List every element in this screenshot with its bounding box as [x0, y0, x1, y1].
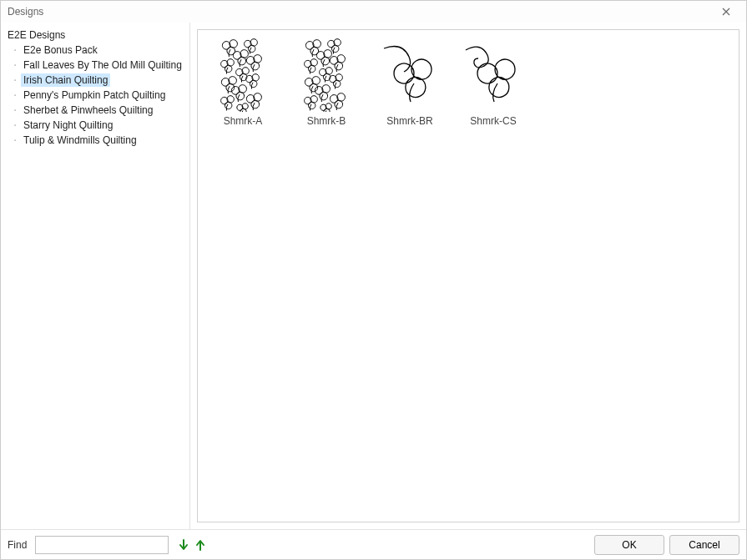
- thumbnail-item[interactable]: Shmrk-BR: [368, 37, 452, 127]
- close-icon: [722, 8, 730, 16]
- tree-children: ·E2e Bonus Pack·Fall Leaves By The Old M…: [4, 43, 186, 148]
- thumbnail-caption: Shmrk-A: [224, 115, 263, 127]
- tree-connector-icon: ·: [9, 133, 21, 148]
- find-next-button[interactable]: [179, 539, 190, 551]
- close-button[interactable]: [711, 1, 741, 23]
- tree-item[interactable]: ·Sherbet & Pinwheels Quilting: [9, 103, 186, 118]
- find-nav: [179, 539, 207, 551]
- thumbnail-grid: Shmrk-AShmrk-BShmrk-BRShmrk-CS: [198, 30, 739, 137]
- thumbnail-pane[interactable]: Shmrk-AShmrk-BShmrk-BRShmrk-CS: [197, 29, 739, 522]
- thumbnail-preview: [372, 37, 447, 112]
- thumbnail-item[interactable]: Shmrk-A: [201, 37, 285, 127]
- tree-item-label: Fall Leaves By The Old Mill Quilting: [21, 58, 184, 72]
- cancel-button[interactable]: Cancel: [669, 535, 739, 555]
- ok-button[interactable]: OK: [594, 535, 664, 555]
- tree-item-label: Tulip & Windmills Quilting: [21, 134, 139, 147]
- thumbnail-caption: Shmrk-B: [307, 115, 346, 127]
- thumbnail-item[interactable]: Shmrk-B: [285, 37, 368, 127]
- thumbnail-preview: [456, 37, 531, 112]
- tree-item-label: Sherbet & Pinwheels Quilting: [21, 103, 155, 117]
- find-input[interactable]: [35, 536, 169, 554]
- titlebar: Designs: [1, 1, 746, 23]
- tree-item-label: Penny's Pumpkin Patch Quilting: [21, 88, 168, 102]
- footer: Find OK Cancel: [1, 529, 746, 559]
- thumbnail-caption: Shmrk-BR: [386, 115, 432, 127]
- tree-item-label: E2e Bonus Pack: [21, 43, 100, 57]
- thumbnail-preview: [205, 37, 280, 112]
- window-title: Designs: [8, 6, 711, 18]
- tree-item[interactable]: ·E2e Bonus Pack: [9, 43, 186, 58]
- tree-connector-icon: ·: [9, 118, 21, 133]
- content-area: Shmrk-AShmrk-BShmrk-BRShmrk-CS: [190, 23, 746, 529]
- tree-connector-icon: ·: [9, 58, 21, 73]
- tree-root[interactable]: E2E Designs: [4, 28, 186, 43]
- tree: E2E Designs ·E2e Bonus Pack·Fall Leaves …: [4, 28, 186, 148]
- find-label: Find: [8, 539, 27, 551]
- tree-item[interactable]: ·Penny's Pumpkin Patch Quilting: [9, 88, 186, 103]
- arrow-down-icon: [179, 539, 189, 551]
- dialog-body: E2E Designs ·E2e Bonus Pack·Fall Leaves …: [1, 23, 746, 529]
- tree-item[interactable]: ·Starry Night Quilting: [9, 118, 186, 133]
- thumbnail-item[interactable]: Shmrk-CS: [452, 37, 535, 127]
- folder-tree[interactable]: E2E Designs ·E2e Bonus Pack·Fall Leaves …: [1, 23, 190, 529]
- tree-item[interactable]: ·Fall Leaves By The Old Mill Quilting: [9, 58, 186, 73]
- tree-connector-icon: ·: [9, 103, 21, 118]
- tree-item-label: Starry Night Quilting: [21, 119, 115, 132]
- designs-dialog: Designs E2E Designs ·E2e Bonus Pack·Fall…: [0, 0, 747, 560]
- tree-item-label: Irish Chain Quilting: [21, 73, 110, 87]
- tree-connector-icon: ·: [9, 43, 21, 58]
- arrow-up-icon: [195, 539, 205, 551]
- tree-connector-icon: ·: [9, 73, 21, 88]
- tree-item[interactable]: ·Irish Chain Quilting: [9, 73, 186, 88]
- thumbnail-preview: [289, 37, 364, 112]
- tree-item[interactable]: ·Tulip & Windmills Quilting: [9, 133, 186, 148]
- tree-connector-icon: ·: [9, 88, 21, 103]
- find-prev-button[interactable]: [195, 539, 207, 551]
- thumbnail-caption: Shmrk-CS: [470, 115, 516, 127]
